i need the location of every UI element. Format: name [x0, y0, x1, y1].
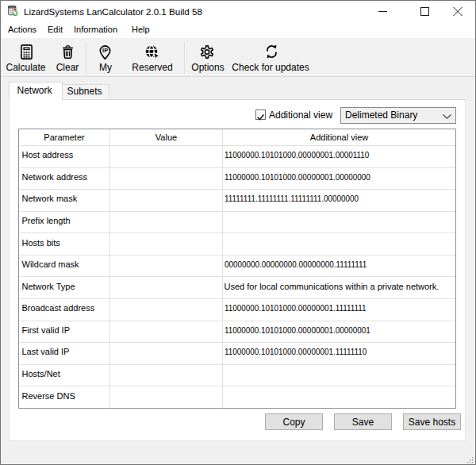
svg-text:IP: IP [102, 47, 108, 54]
